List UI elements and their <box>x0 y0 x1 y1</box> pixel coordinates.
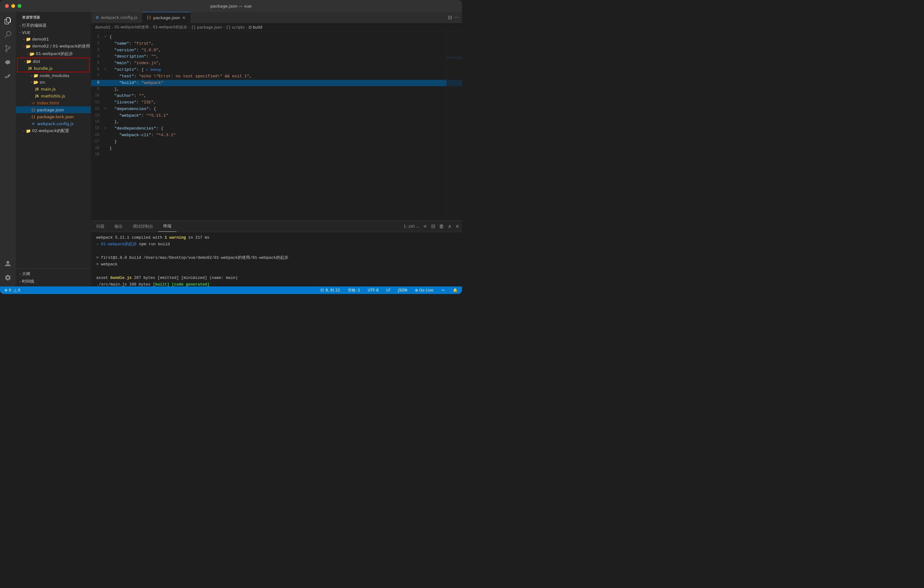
terminal-line-8: ./src/main.js 100 bytes [built] [code ge… <box>96 282 457 287</box>
folder-icon: 📁 <box>26 37 31 41</box>
panel-tabs: 问题 输出 调试控制台 终端 <box>91 221 462 232</box>
panel-split-icon[interactable]: ⊟ <box>431 223 435 229</box>
breadcrumb-scripts[interactable]: {} scripts <box>226 25 245 30</box>
status-bar: ⊗ 0 △ 0 行 8, 列 22 空格: 2 UTF-8 LF <box>0 287 462 294</box>
code-line-17: 17 } <box>91 139 462 145</box>
code-line-12: 12 v "dependencies": { <box>91 106 462 112</box>
code-line-2: 2 "name": "first", <box>91 41 462 47</box>
folder-open-icon2: 📂 <box>30 51 35 56</box>
tab-close-button[interactable]: × <box>182 15 186 20</box>
activity-extensions-icon[interactable] <box>2 70 14 82</box>
window-title: package.json — vue <box>210 4 252 8</box>
status-spaces[interactable]: 空格: 2 <box>346 288 362 293</box>
sidebar-item-webpack02[interactable]: › 📁 02-webpack的配置 <box>16 127 91 135</box>
breadcrumb-package-json[interactable]: {} package.json <box>191 25 222 30</box>
editor-area: ⚙ webpack.config.js {} package.json × ⊟ … <box>91 12 462 287</box>
terminal-line-7: asset bundle.js 287 bytes [emitted] [min… <box>96 275 457 282</box>
status-line-col[interactable]: 行 8, 列 22 <box>318 288 342 293</box>
activity-account-icon[interactable] <box>2 257 14 270</box>
sidebar-item-vue[interactable]: › VUE <box>16 29 91 36</box>
panel-terminal-selector[interactable]: 1: zsh ⌄ <box>404 224 419 229</box>
close-button[interactable] <box>5 4 9 8</box>
minimap <box>446 31 462 221</box>
breadcrumb-demo02[interactable]: demo02 <box>95 25 111 30</box>
window-controls[interactable] <box>5 4 21 8</box>
split-editor-icon[interactable]: ⊟ <box>448 15 452 20</box>
panel-chevron-up-icon[interactable]: ∧ <box>448 223 452 229</box>
panel-add-terminal-icon[interactable]: + <box>423 223 427 229</box>
panel-close-icon[interactable]: × <box>455 223 459 229</box>
folder-open-icon: 📂 <box>26 44 31 49</box>
sidebar-item-index-html[interactable]: ‹/› index.html <box>16 99 91 106</box>
code-line-18: 18 } <box>91 145 462 152</box>
panel-area: 问题 输出 调试控制台 终端 <box>91 221 462 287</box>
code-line-13: 13 "webpack": "^5.11.1" <box>91 112 462 119</box>
status-go-live[interactable]: ⊕ Go Live <box>413 288 435 292</box>
status-line-ending[interactable]: LF <box>384 288 393 292</box>
sidebar-item-dist[interactable]: › 📂 dist <box>18 58 89 65</box>
code-line-10: 10 "author": "", <box>91 93 462 99</box>
terminal-content[interactable]: webpack 5.11.1 compiled with 1 warning i… <box>91 232 462 287</box>
html-icon: ‹/› <box>31 100 36 105</box>
error-icon: ⊗ <box>4 288 8 292</box>
breadcrumb-webpack-use[interactable]: 01-webpack的使用 <box>114 25 149 30</box>
activity-settings-icon[interactable] <box>2 271 14 284</box>
sidebar-item-src[interactable]: › 📂 src <box>16 79 91 86</box>
breadcrumb-webpack-start[interactable]: 01-webpack的起步 <box>153 25 187 30</box>
code-editor[interactable]: 1 v { 2 "name": "first", 3 "vers <box>91 31 462 221</box>
sidebar: 资源管理器 › 打开的编辑器 › VUE › 📁 demo01 <box>16 12 91 287</box>
maximize-button[interactable] <box>18 4 21 8</box>
sidebar-item-outline[interactable]: › 大纲 <box>16 270 91 278</box>
window: package.json — vue <box>0 0 462 294</box>
breadcrumb-build[interactable]: ⊡ build <box>248 25 262 30</box>
sidebar-item-package-lock-json[interactable]: {} package-lock.json <box>16 113 91 120</box>
sidebar-item-webpack-start[interactable]: › 📂 01-webpack的起步 <box>16 50 91 58</box>
panel-tab-output[interactable]: 输出 <box>109 221 128 232</box>
code-line-6: 6 v "scripts": {▷ Debug <box>91 67 462 73</box>
terminal-line-1: webpack 5.11.1 compiled with 1 warning i… <box>96 235 457 241</box>
terminal-line-6 <box>96 268 457 275</box>
status-language[interactable]: JSON <box>396 288 409 292</box>
status-notifications[interactable]: 🔔 <box>451 288 459 292</box>
activity-run-debug-icon[interactable] <box>2 56 14 69</box>
more-actions-icon[interactable]: ··· <box>455 15 459 20</box>
titlebar: package.json — vue <box>0 0 462 12</box>
chevron-down-icon[interactable]: ⌄ <box>416 224 419 229</box>
panel-tab-debug-console[interactable]: 调试控制台 <box>128 221 158 232</box>
sidebar-item-demo02[interactable]: › 📂 demo02 / 01-webpack的使用 <box>16 43 91 50</box>
sidebar-item-node-modules[interactable]: › 📁 node_modules <box>16 72 91 79</box>
panel-trash-icon[interactable]: 🗑 <box>439 223 444 229</box>
svg-point-0 <box>442 290 444 291</box>
terminal-line-2: → 01-webpack的起步 npm run build <box>96 241 457 248</box>
breadcrumb: demo02 › 01-webpack的使用 › 01-webpack的起步 ›… <box>91 23 462 31</box>
code-line-14: 14 }, <box>91 119 462 125</box>
sidebar-item-webpack-config[interactable]: ⚙ webpack.config.js <box>16 120 91 127</box>
status-left: ⊗ 0 △ 0 <box>3 288 22 292</box>
panel-tab-problems[interactable]: 问题 <box>91 221 109 232</box>
status-remote[interactable] <box>439 288 447 292</box>
sidebar-item-mathutils-js[interactable]: JS mathUtils.js <box>16 92 91 99</box>
sidebar-item-demo01[interactable]: › 📁 demo01 <box>16 36 91 43</box>
sidebar-item-timeline[interactable]: › 时间线 <box>16 278 91 285</box>
sidebar-item-bundle[interactable]: JS bundle.js <box>18 65 89 72</box>
sidebar-item-open-editors[interactable]: › 打开的编辑器 <box>16 22 91 29</box>
tab-package-json[interactable]: {} package.json × <box>142 12 191 23</box>
sidebar-item-package-json[interactable]: {} package.json <box>16 106 91 113</box>
code-line-5: 5 "main": "index.js", <box>91 60 462 67</box>
tab-webpack-config[interactable]: ⚙ webpack.config.js <box>91 12 142 23</box>
panel-tab-terminal[interactable]: 终端 <box>158 221 177 232</box>
editor-layout-button[interactable]: ⊟ ··· <box>446 12 462 23</box>
minimize-button[interactable] <box>12 4 15 8</box>
activity-search-icon[interactable] <box>2 28 14 41</box>
code-line-8: 8 "build": "webpack" <box>91 80 462 86</box>
activity-explorer-icon[interactable] <box>2 15 14 27</box>
json-lock-icon: {} <box>31 114 36 119</box>
tab-bar: ⚙ webpack.config.js {} package.json × ⊟ … <box>91 12 462 23</box>
main-js-icon: JS <box>35 86 40 92</box>
code-line-1: 1 v { <box>91 34 462 41</box>
activity-source-control-icon[interactable] <box>2 42 14 55</box>
sidebar-item-main-js[interactable]: JS main.js <box>16 86 91 92</box>
status-encoding[interactable]: UTF-8 <box>366 288 381 292</box>
status-right: 行 8, 列 22 空格: 2 UTF-8 LF JSON ⊕ Go Live <box>318 288 459 293</box>
status-errors[interactable]: ⊗ 0 △ 0 <box>3 288 22 292</box>
